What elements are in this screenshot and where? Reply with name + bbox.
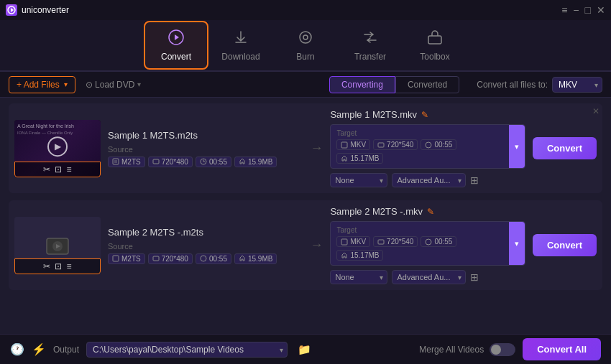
source-label-2: Source <box>108 242 133 251</box>
source-duration-badge: 00:55 <box>196 157 231 167</box>
load-dvd-label: ⊙ Load DVD <box>86 80 135 90</box>
load-dvd-button[interactable]: ⊙ Load DVD ▾ <box>81 77 146 93</box>
close-button[interactable]: ✕ <box>597 4 605 16</box>
target-dropdown-button[interactable]: ▾ <box>509 125 525 168</box>
target-format-badge-2: MKV <box>336 236 370 247</box>
tab-burn[interactable]: Burn <box>273 21 338 70</box>
output-path-select[interactable]: C:\Users\payal\Desktop\Sample Videos <box>86 342 288 358</box>
tab-toolbox[interactable]: Toolbox <box>403 21 467 70</box>
play-button[interactable]: ▶ <box>47 136 68 157</box>
history-icon[interactable]: 🕐 <box>10 342 24 356</box>
minimize-button[interactable]: − <box>573 4 579 16</box>
svg-rect-23 <box>341 239 347 245</box>
tab-transfer-label: Transfer <box>354 52 386 62</box>
svg-rect-20 <box>113 256 119 261</box>
output-path-wrapper: C:\Users\payal\Desktop\Sample Videos ▾ <box>86 342 288 358</box>
load-dvd-chevron: ▾ <box>137 80 141 88</box>
target-filename: Sample 1 M2TS.mkv <box>330 109 417 120</box>
transfer-tab-icon <box>362 29 379 49</box>
effect-select[interactable]: None <box>330 173 387 187</box>
effect-select-2[interactable]: None <box>330 270 387 284</box>
arrow-right-icon: → <box>310 141 323 156</box>
target-section: Sample 1 M2TS.mkv ✎ Target MKV 720*540 <box>330 109 525 187</box>
browse-folder-icon[interactable]: 📁 <box>298 343 311 356</box>
target-resolution-badge-2: 720*540 <box>373 236 418 247</box>
crop-button[interactable]: ⊡ <box>55 164 62 174</box>
add-files-chevron: ▾ <box>64 80 68 88</box>
svg-rect-7 <box>113 159 119 164</box>
tab-burn-label: Burn <box>296 52 314 62</box>
convert-button[interactable]: Convert <box>533 137 597 159</box>
effects-button[interactable]: ≡ <box>66 164 71 174</box>
status-tabs: Converting Converted <box>329 76 459 93</box>
target-dropdown-button-2[interactable]: ▾ <box>509 222 525 265</box>
convert-button-2[interactable]: Convert <box>533 234 597 256</box>
toolbar: + Add Files ▾ ⊙ Load DVD ▾ Converting Co… <box>0 72 611 98</box>
audio-select-2[interactable]: Advanced Au... <box>392 270 466 284</box>
output-label: Output <box>53 345 79 355</box>
thumbnail-text: A Great Night for the Irish IONA Finale … <box>17 123 98 136</box>
convert-all-button[interactable]: Convert All <box>523 338 601 360</box>
file-details: Sample 1 M2TS.m2ts Source M2TS 720*480 0… <box>108 130 303 167</box>
add-files-button[interactable]: + Add Files ▾ <box>9 76 75 93</box>
tab-download-label: Download <box>221 52 259 62</box>
svg-point-25 <box>426 239 431 245</box>
merge-toggle-switch[interactable] <box>490 343 515 356</box>
merge-toggle-area: Merge All Videos <box>419 343 515 356</box>
svg-rect-15 <box>378 143 384 147</box>
crop-button-2[interactable]: ⊡ <box>55 261 62 271</box>
merge-icon-2[interactable]: ⊞ <box>470 271 479 283</box>
navigation-tabs: Convert Download Burn Transfer <box>0 20 611 72</box>
menu-icon[interactable]: ≡ <box>561 4 567 16</box>
bottom-options-row: None ▾ Advanced Au... ▾ ⊞ <box>330 173 525 187</box>
tab-download[interactable]: Download <box>208 21 273 70</box>
source-resolution-badge-2: 720*480 <box>148 253 193 264</box>
file-thumbnail: A Great Night for the Irish IONA Finale … <box>14 120 101 177</box>
tab-convert[interactable]: Convert <box>144 21 208 70</box>
file-item: ✕ A Great Night for the Irish IONA Final… <box>9 103 602 193</box>
edit-filename-icon[interactable]: ✎ <box>421 110 428 120</box>
convert-all-to-section: Convert all files to: MKV MP4 AVI ▾ <box>477 77 602 93</box>
target-filename-row-2: Sample 2 M2TS -.mkv ✎ <box>330 206 525 217</box>
audio-select[interactable]: Advanced Au... <box>392 173 466 187</box>
format-select-wrapper: MKV MP4 AVI ▾ <box>552 77 602 93</box>
svg-point-4 <box>300 32 311 43</box>
merge-icon[interactable]: ⊞ <box>470 174 479 186</box>
target-filename-2: Sample 2 M2TS -.mkv <box>330 206 423 217</box>
convert-all-to-label: Convert all files to: <box>477 80 548 90</box>
edit-filename-icon-2[interactable]: ✎ <box>427 207 434 217</box>
burn-tab-icon <box>297 29 314 49</box>
svg-marker-3 <box>175 34 179 40</box>
svg-rect-6 <box>428 36 441 44</box>
source-format-badge-2: M2TS <box>108 253 145 264</box>
maximize-button[interactable]: □ <box>585 4 591 16</box>
effects-button-2[interactable]: ≡ <box>66 261 71 271</box>
source-size-badge: 15.9MB <box>234 157 277 167</box>
svg-point-22 <box>201 256 206 261</box>
flash-icon[interactable]: ⚡ <box>32 342 46 356</box>
svg-point-5 <box>303 35 308 39</box>
file-item: ✂ ⊡ ≡ Sample 2 M2TS -.m2ts Source M2TS 7… <box>9 200 602 290</box>
tab-converted[interactable]: Converted <box>395 76 459 93</box>
toolbox-tab-icon <box>426 29 444 49</box>
tab-converting[interactable]: Converting <box>329 76 395 93</box>
arrow-right-icon-2: → <box>310 238 323 253</box>
add-files-label: + Add Files <box>17 80 60 90</box>
tab-transfer[interactable]: Transfer <box>338 21 403 70</box>
source-size-badge-2: 15.9MB <box>234 253 277 264</box>
cut-button-2[interactable]: ✂ <box>43 261 50 271</box>
format-select[interactable]: MKV MP4 AVI <box>552 77 602 93</box>
item-close-button[interactable]: ✕ <box>592 106 599 116</box>
source-label: Source <box>108 145 133 154</box>
toggle-knob <box>491 345 501 355</box>
tab-convert-label: Convert <box>161 52 191 62</box>
target-duration-badge-2: 00:55 <box>421 236 456 247</box>
convert-tab-icon <box>167 29 185 49</box>
svg-point-16 <box>426 142 431 148</box>
footer: 🕐 ⚡ Output C:\Users\payal\Desktop\Sample… <box>0 334 611 364</box>
app-title: uniconverter <box>22 5 69 15</box>
source-filename: Sample 1 M2TS.m2ts <box>108 130 303 141</box>
cut-button[interactable]: ✂ <box>43 164 50 174</box>
target-section-2: Sample 2 M2TS -.mkv ✎ Target MKV 720*540 <box>330 206 525 284</box>
main-content: ✕ A Great Night for the Irish IONA Final… <box>0 98 611 334</box>
